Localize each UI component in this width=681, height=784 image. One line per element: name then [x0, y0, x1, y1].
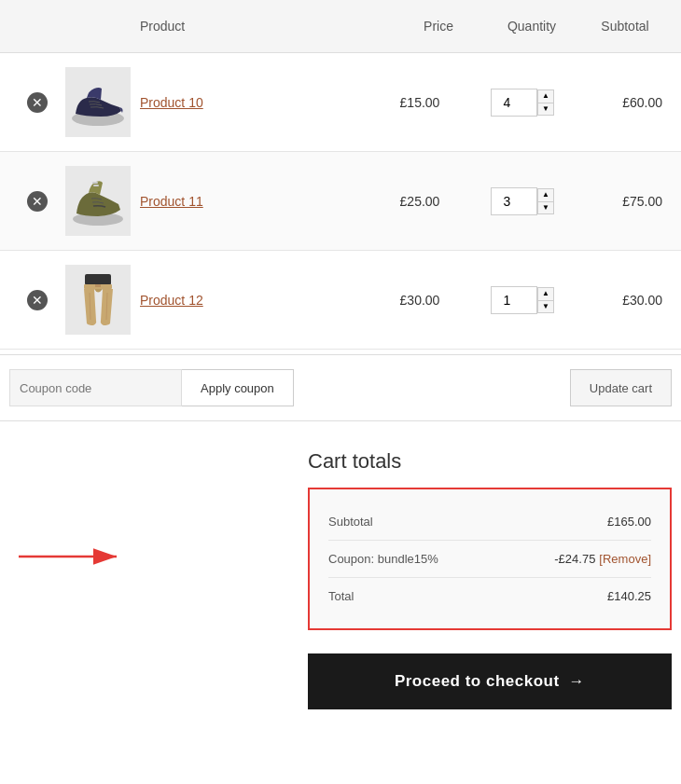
checkout-button-label: Proceed to checkout: [395, 672, 560, 691]
cart-totals-box: Cart totals Subtotal £165.00 Coupon: bun…: [308, 449, 672, 630]
header-subtotal: Subtotal: [578, 19, 672, 34]
checkout-button-wrapper: Proceed to checkout →: [0, 640, 681, 723]
remove-item-button[interactable]: ✕: [27, 92, 48, 113]
total-value: £140.25: [607, 589, 651, 603]
product-image: [65, 265, 131, 335]
coupon-input[interactable]: [9, 369, 182, 406]
price-cell: £25.00: [373, 194, 466, 209]
coupon-bar: Apply coupon Update cart: [0, 354, 681, 421]
cart-table-header: Product Price Quantity Subtotal: [0, 0, 681, 53]
total-label: Total: [328, 589, 354, 603]
remove-cell: ✕: [9, 92, 65, 113]
coupon-discount: -£24.75[Remove]: [554, 552, 651, 566]
quantity-spinners: ▲ ▼: [537, 287, 554, 313]
apply-coupon-button[interactable]: Apply coupon: [182, 369, 294, 406]
quantity-spinners: ▲ ▼: [537, 89, 554, 116]
cart-row: ✕ Product 12 £30.00 ▲ ▼: [0, 251, 681, 350]
svg-rect-3: [93, 185, 99, 186]
product-name-cell: Product 10: [140, 95, 373, 110]
coupon-row: Coupon: bundle15% -£24.75[Remove]: [328, 541, 651, 578]
proceed-to-checkout-button[interactable]: Proceed to checkout →: [308, 653, 672, 709]
quantity-input[interactable]: [491, 187, 537, 215]
subtotal-row: Subtotal £165.00: [328, 503, 651, 541]
cart-row: ✕ Product 11 £25.00 ▲ ▼ £75.00: [0, 152, 681, 251]
quantity-input[interactable]: [491, 286, 537, 314]
qty-up-button[interactable]: ▲: [537, 287, 554, 300]
header-image: [65, 19, 140, 34]
product-name-cell: Product 12: [140, 293, 373, 308]
remove-item-button[interactable]: ✕: [27, 290, 48, 310]
svg-rect-4: [85, 274, 111, 285]
remove-cell: ✕: [9, 290, 65, 310]
totals-table: Subtotal £165.00 Coupon: bundle15% -£24.…: [308, 488, 672, 630]
quantity-spinners: ▲ ▼: [537, 188, 554, 214]
svg-rect-6: [95, 284, 101, 287]
header-remove: [9, 19, 65, 34]
qty-down-button[interactable]: ▼: [537, 300, 554, 313]
coupon-left: Apply coupon: [9, 369, 294, 406]
coupon-discount-amount: -£24.75: [554, 552, 595, 566]
subtotal-label: Subtotal: [328, 515, 373, 529]
header-price: Price: [392, 19, 485, 34]
quantity-cell: ▲ ▼: [466, 89, 578, 117]
product-link[interactable]: Product 11: [140, 194, 203, 209]
cart-totals-section: Cart totals Subtotal £165.00 Coupon: bun…: [0, 421, 681, 630]
price-cell: £15.00: [373, 95, 466, 110]
header-product: Product: [140, 19, 392, 34]
remove-cell: ✕: [9, 191, 65, 212]
quantity-cell: ▲ ▼: [466, 187, 578, 215]
update-cart-button[interactable]: Update cart: [570, 369, 672, 406]
arrow-icon: [14, 543, 126, 571]
product-name-cell: Product 11: [140, 194, 373, 209]
shoe1-icon: [68, 72, 129, 132]
quantity-input[interactable]: [491, 89, 537, 117]
svg-rect-2: [92, 182, 98, 184]
product-link[interactable]: Product 10: [140, 95, 203, 110]
product-image: [65, 166, 131, 236]
remove-item-button[interactable]: ✕: [27, 191, 48, 212]
qty-down-button[interactable]: ▼: [537, 103, 554, 116]
header-quantity: Quantity: [485, 19, 578, 34]
subtotal-cell: £60.00: [578, 95, 672, 110]
subtotal-cell: £75.00: [578, 194, 672, 209]
product-image: [65, 67, 131, 137]
remove-coupon-link[interactable]: [Remove]: [599, 552, 651, 566]
qty-down-button[interactable]: ▼: [537, 201, 554, 214]
total-row: Total £140.25: [328, 578, 651, 614]
shoe2-icon: [68, 171, 129, 231]
subtotal-value: £165.00: [607, 515, 651, 529]
product-link[interactable]: Product 12: [140, 293, 203, 308]
quantity-cell: ▲ ▼: [466, 286, 578, 314]
cart-row: ✕ Product 10 £15.00 ▲ ▼ £60.00: [0, 53, 681, 152]
price-cell: £30.00: [373, 293, 466, 308]
cart-totals-title: Cart totals: [308, 449, 672, 474]
coupon-label: Coupon: bundle15%: [328, 552, 438, 566]
subtotal-cell: £30.00: [578, 293, 672, 308]
pants-icon: [68, 269, 129, 330]
arrow-indicator: [14, 543, 126, 571]
qty-up-button[interactable]: ▲: [537, 188, 554, 201]
qty-up-button[interactable]: ▲: [537, 89, 554, 103]
checkout-arrow-icon: →: [569, 672, 586, 691]
